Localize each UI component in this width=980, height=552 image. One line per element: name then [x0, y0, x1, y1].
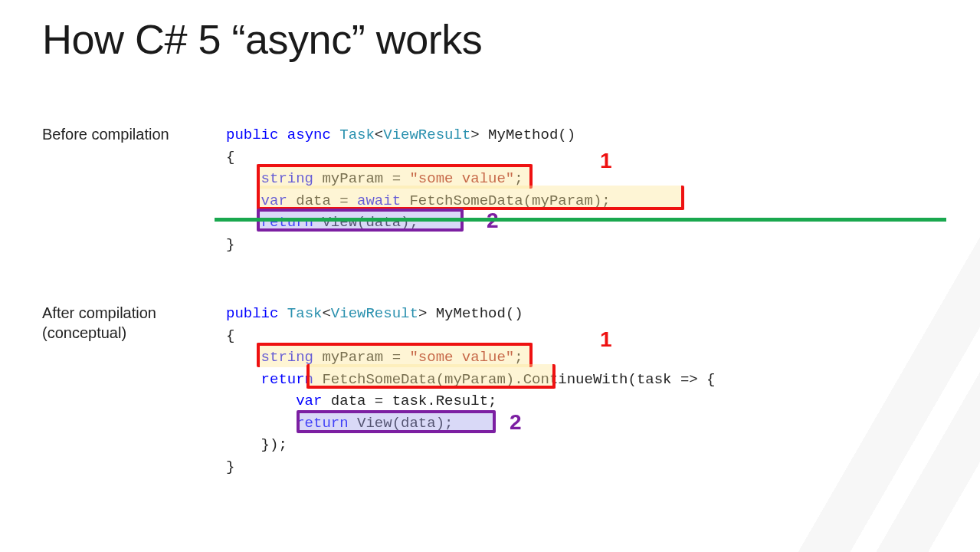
before-code: public async Task<ViewResult> MyMethod()… [226, 124, 611, 255]
slide-title: How C# 5 “async” works [42, 15, 938, 63]
slide-content: How C# 5 “async” works Before compilatio… [0, 0, 980, 478]
before-code-col: public async Task<ViewResult> MyMethod()… [226, 124, 611, 255]
after-label: After compilation (conceptual) [42, 303, 226, 343]
after-code-col: public Task<ViewResult> MyMethod() { str… [226, 303, 716, 478]
before-label: Before compilation [42, 124, 226, 144]
before-section: Before compilation public async Task<Vie… [42, 124, 938, 255]
after-code: public Task<ViewResult> MyMethod() { str… [226, 303, 716, 478]
after-section: After compilation (conceptual) public Ta… [42, 303, 938, 478]
